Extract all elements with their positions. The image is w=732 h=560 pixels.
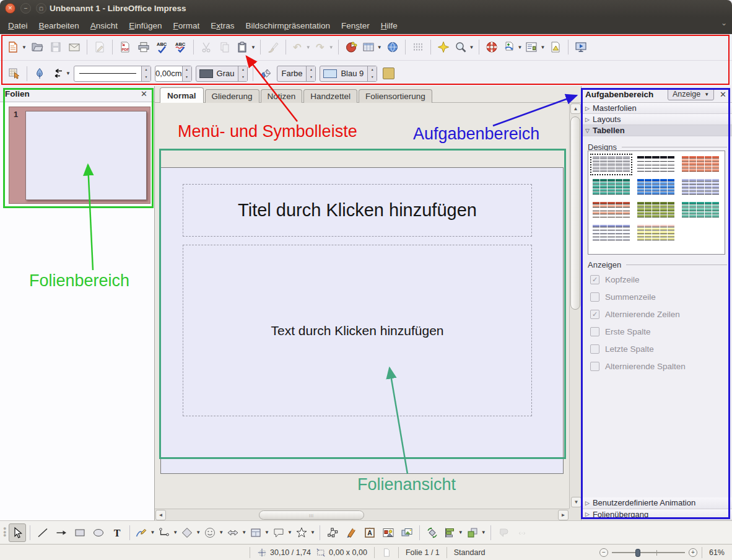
dropdown-arrow-icon[interactable]: ▼ <box>173 530 178 535</box>
rotate-button[interactable] <box>424 523 441 542</box>
dropdown-arrow-icon[interactable]: ▼ <box>66 71 71 76</box>
dropdown-arrow-icon[interactable]: ▼ <box>242 530 246 535</box>
window-close-icon[interactable]: ✕ <box>5 3 15 14</box>
line-width-input[interactable]: 0,00cm▲▼ <box>155 66 192 82</box>
dropdown-arrow-icon[interactable]: ▼ <box>540 45 545 50</box>
slide-canvas[interactable]: Titel durch Klicken hinzufügen Text durc… <box>160 167 564 474</box>
callouts-button[interactable]: ▼ <box>271 523 293 542</box>
menu-datei[interactable]: Datei <box>2 19 33 33</box>
horizontal-scroll-thumb[interactable]: ||| <box>259 510 364 520</box>
table-design-seagreen[interactable] <box>681 201 720 219</box>
auto-spellcheck-button[interactable]: ABC <box>172 38 190 56</box>
line-color-select[interactable]: Grau▲▼ <box>196 66 248 82</box>
text-placeholder[interactable]: Text durch Klicken hinzufügen <box>183 245 532 416</box>
slide-master-button[interactable] <box>547 38 564 56</box>
table-design-periwinkle[interactable] <box>681 178 720 196</box>
open-button[interactable] <box>28 38 46 56</box>
hyperlink-button[interactable] <box>384 38 401 56</box>
help-button[interactable] <box>483 38 500 56</box>
tab-handzettel[interactable]: Handzettel <box>303 89 357 103</box>
select-button[interactable] <box>9 523 26 542</box>
fill-color-select[interactable]: Blau 9▲▼ <box>320 66 377 82</box>
arrange-button[interactable]: ▼ <box>465 523 487 542</box>
table-design-olive[interactable] <box>637 201 675 219</box>
symbol-shapes-button[interactable]: ▼ <box>203 523 224 542</box>
menu-fenster[interactable]: Fenster <box>336 19 375 33</box>
zoom-slider-handle[interactable] <box>635 549 640 557</box>
toolbar-grip[interactable]: ●●● <box>3 527 6 537</box>
insert-chart-button[interactable] <box>342 38 360 56</box>
table-design-blue[interactable] <box>637 178 675 196</box>
tab-foliensortierung[interactable]: Foliensortierung <box>359 89 432 103</box>
export-pdf-button[interactable]: PDF <box>116 38 134 56</box>
section-tabellen[interactable]: ▽Tabellen <box>582 125 732 136</box>
text-box-button[interactable]: T <box>108 523 126 542</box>
line-ends-arrow-button[interactable] <box>53 523 70 542</box>
flowchart-button[interactable]: ▼ <box>248 523 270 542</box>
new-slide-button[interactable]: ▼ <box>502 38 523 56</box>
horizontal-scrollbar[interactable]: ◄ ||| ► <box>155 509 569 520</box>
task-panel-view-button[interactable]: Anzeige▼ <box>668 88 714 100</box>
fontwork-button[interactable]: A <box>361 523 378 542</box>
dropdown-arrow-icon[interactable]: ▼ <box>469 45 474 50</box>
zoom-in-icon[interactable]: + <box>689 548 697 557</box>
dropdown-arrow-icon[interactable]: ▼ <box>264 530 269 535</box>
tab-normal[interactable]: Normal <box>160 87 204 103</box>
menu-bildschirmprsentation[interactable]: Bildschirmpräsentation <box>240 19 336 33</box>
zoom-percentage[interactable]: 61% <box>707 548 727 557</box>
dropdown-arrow-icon[interactable]: ▼ <box>196 530 201 535</box>
menu-extras[interactable]: Extras <box>205 19 240 33</box>
insert-line-button[interactable] <box>34 523 51 542</box>
dropdown-arrow-icon[interactable]: ▼ <box>458 530 463 535</box>
slide-thumbnail[interactable]: 1 <box>9 107 150 204</box>
dropdown-arrow-icon[interactable]: ▼ <box>251 45 256 50</box>
section-benutzerdefinierte-animation[interactable]: ▷Benutzerdefinierte Animation <box>582 497 732 509</box>
section-masterfolien[interactable]: ▷Masterfolien <box>582 103 732 114</box>
line-dialog-button[interactable] <box>31 64 48 83</box>
dropdown-arrow-icon[interactable]: ▼ <box>310 530 315 535</box>
scroll-left-icon[interactable]: ◄ <box>155 510 166 520</box>
menu-overflow-chevron-icon[interactable]: ⌄ <box>721 19 727 27</box>
dropdown-arrow-icon[interactable]: ▼ <box>150 530 155 535</box>
connector-button[interactable]: ▼ <box>157 523 178 542</box>
vertical-scrollbar[interactable]: ▲ ▼ <box>569 103 581 509</box>
table-design-teal[interactable] <box>592 178 630 196</box>
edit-points-mode-button[interactable] <box>6 64 23 83</box>
menu-einfgen[interactable]: Einfügen <box>123 19 167 33</box>
rectangle-button[interactable] <box>71 523 89 542</box>
insert-image-button[interactable] <box>380 523 397 542</box>
dropdown-arrow-icon[interactable]: ▼ <box>306 45 311 50</box>
window-minimize-icon[interactable]: – <box>20 3 31 14</box>
shadow-button[interactable] <box>380 64 397 83</box>
scroll-right-icon[interactable]: ► <box>558 510 569 520</box>
scroll-up-icon[interactable]: ▲ <box>570 103 581 114</box>
start-presentation-button[interactable] <box>572 38 590 56</box>
menu-bearbeiten[interactable]: Bearbeiten <box>33 19 85 33</box>
paste-button[interactable]: ▼ <box>235 38 256 56</box>
email-button[interactable] <box>66 38 83 56</box>
new-document-button[interactable]: ▼ <box>6 38 27 56</box>
table-design-silver[interactable] <box>592 155 630 173</box>
table-design-black-white[interactable] <box>637 155 675 173</box>
print-button[interactable] <box>135 38 152 56</box>
slides-panel-close-icon[interactable]: ✕ <box>139 89 149 98</box>
slide-layout-button[interactable]: ▼ <box>524 38 546 56</box>
fill-type-select[interactable]: Farbe▲▼ <box>277 66 316 82</box>
dropdown-arrow-icon[interactable]: ▼ <box>518 45 523 50</box>
stars-button[interactable]: ▼ <box>294 523 316 542</box>
menu-hilfe[interactable]: Hilfe <box>375 19 403 33</box>
insert-table-button[interactable]: ▼ <box>361 38 383 56</box>
table-design-periwinkle-white[interactable] <box>592 224 630 242</box>
block-arrows-button[interactable]: ▼ <box>225 523 247 542</box>
basic-shapes-button[interactable]: ▼ <box>180 523 201 542</box>
window-maximize-icon[interactable]: ▢ <box>36 3 46 14</box>
table-design-cream-yellow[interactable] <box>637 224 675 242</box>
tab-gliederung[interactable]: Gliederung <box>205 89 259 103</box>
title-placeholder[interactable]: Titel durch Klicken hinzufügen <box>183 184 532 237</box>
zoom-button[interactable]: ▼ <box>453 38 475 56</box>
zoom-slider[interactable] <box>612 548 685 557</box>
ellipse-button[interactable] <box>90 523 107 542</box>
arrow-style-button[interactable]: ▼ <box>50 64 71 83</box>
navigator-button[interactable] <box>435 38 452 56</box>
glue-points-button[interactable] <box>342 523 360 542</box>
